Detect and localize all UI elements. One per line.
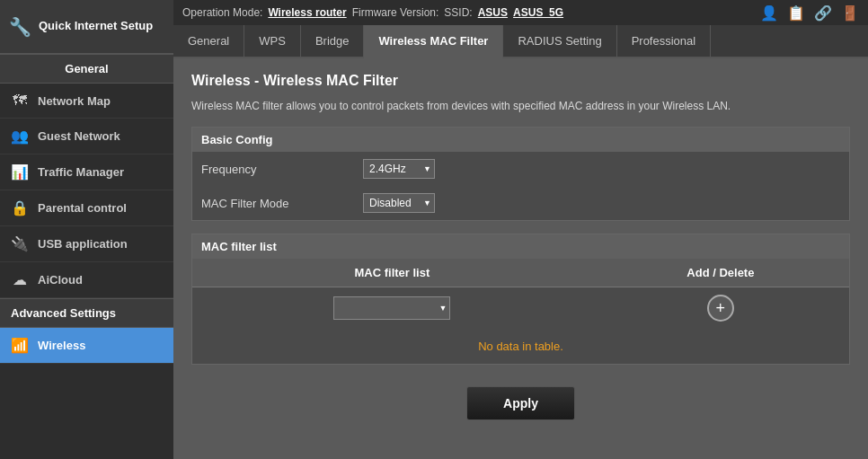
col-add-delete: Add / Delete — [592, 259, 849, 287]
mac-filter-mode-label: MAC Filter Mode — [201, 197, 345, 210]
mac-filter-mode-control: Disabled Accept Reject — [363, 193, 435, 213]
sidebar-item-parental-control[interactable]: 🔒 Parental control — [0, 190, 173, 226]
sidebar-item-aicloud-label: AiCloud — [38, 273, 83, 287]
frequency-row: Frequency 2.4GHz 5GHz — [192, 152, 849, 186]
usb-icon: 🔌 — [11, 235, 29, 252]
frequency-select[interactable]: 2.4GHz 5GHz — [363, 159, 435, 179]
topbar-icons: 👤 📋 🔗 🚪 — [760, 4, 859, 22]
mac-filter-table: MAC filter list Add / Delete — [192, 259, 849, 329]
wireless-icon: 📶 — [11, 337, 29, 354]
traffic-icon: 📊 — [11, 163, 29, 181]
user-icon[interactable]: 👤 — [760, 4, 778, 22]
sidebar-item-wireless[interactable]: 📶 Wireless — [0, 328, 173, 364]
basic-config-section: Basic Config Frequency 2.4GHz 5GHz MAC F… — [191, 127, 850, 221]
tab-bar: General WPS Bridge Wireless MAC Filter R… — [173, 25, 868, 58]
sidebar-item-guest-network-label: Guest Network — [38, 129, 120, 143]
mac-input-select[interactable] — [333, 296, 450, 320]
tab-radius-setting[interactable]: RADIUS Setting — [503, 25, 616, 57]
mac-input-select-wrapper — [333, 296, 450, 320]
ssid-asus-5g[interactable]: ASUS_5G — [513, 6, 563, 19]
ssid-asus[interactable]: ASUS — [478, 6, 508, 19]
ssid-label: SSID: — [444, 6, 472, 19]
mac-filter-mode-row: MAC Filter Mode Disabled Accept Reject — [192, 186, 849, 220]
cloud-icon: ☁ — [11, 271, 29, 288]
tab-wps[interactable]: WPS — [244, 25, 301, 57]
frequency-select-wrapper: 2.4GHz 5GHz — [363, 159, 435, 179]
frequency-control: 2.4GHz 5GHz — [363, 159, 435, 179]
sidebar-item-network-map-label: Network Map — [38, 94, 111, 108]
tab-bridge[interactable]: Bridge — [301, 25, 365, 57]
copy-icon[interactable]: 📋 — [787, 4, 805, 22]
add-delete-cell: + — [592, 287, 849, 330]
apply-button[interactable]: Apply — [466, 386, 575, 420]
basic-config-header: Basic Config — [192, 128, 849, 152]
sidebar-item-aicloud[interactable]: ☁ AiCloud — [0, 262, 173, 298]
col-mac-filter-list: MAC filter list — [192, 259, 592, 287]
sidebar-item-wireless-label: Wireless — [38, 339, 85, 352]
mac-filter-mode-select-wrapper: Disabled Accept Reject — [363, 193, 435, 213]
tab-general[interactable]: General — [173, 25, 244, 57]
sidebar-item-traffic-manager-label: Traffic Manager — [38, 165, 124, 179]
tab-professional[interactable]: Professional — [617, 25, 712, 57]
sidebar-item-guest-network[interactable]: 👥 Guest Network — [0, 119, 173, 154]
add-button[interactable]: + — [707, 295, 734, 322]
main-content: Operation Mode: Wireless router Firmware… — [173, 0, 868, 459]
general-section: General — [0, 54, 173, 84]
frequency-label: Frequency — [201, 163, 345, 176]
quick-setup-header[interactable]: 🔧 Quick Internet Setup — [0, 0, 173, 54]
page-title: Wireless - Wireless MAC Filter — [191, 73, 850, 89]
mac-filter-list-header: MAC filter list — [192, 234, 849, 259]
apply-wrapper: Apply — [191, 377, 850, 420]
wrench-icon: 🔧 — [9, 16, 31, 38]
topbar: Operation Mode: Wireless router Firmware… — [173, 0, 868, 25]
page-content: Wireless - Wireless MAC Filter Wireless … — [173, 58, 868, 459]
topbar-info: Operation Mode: Wireless router Firmware… — [182, 6, 563, 19]
sidebar: 🔧 Quick Internet Setup General 🗺 Network… — [0, 0, 173, 459]
map-icon: 🗺 — [11, 93, 29, 109]
sidebar-item-usb-application[interactable]: 🔌 USB application — [0, 226, 173, 262]
sidebar-item-network-map[interactable]: 🗺 Network Map — [0, 84, 173, 119]
tab-wireless-mac-filter[interactable]: Wireless MAC Filter — [364, 25, 503, 58]
operation-mode-label: Operation Mode: — [182, 6, 262, 19]
people-icon: 👥 — [11, 128, 29, 145]
firmware-label: Firmware Version: — [352, 6, 439, 19]
share-icon[interactable]: 🔗 — [814, 4, 832, 22]
lock-icon: 🔒 — [11, 199, 29, 216]
page-description: Wireless MAC filter allows you to contro… — [191, 98, 850, 114]
sidebar-item-parental-control-label: Parental control — [38, 201, 127, 215]
mac-filter-list-section: MAC filter list MAC filter list Add / De… — [191, 234, 850, 365]
operation-mode-value[interactable]: Wireless router — [268, 6, 346, 19]
sidebar-item-traffic-manager[interactable]: 📊 Traffic Manager — [0, 154, 173, 190]
no-data-message: No data in table. — [192, 329, 849, 364]
logout-icon[interactable]: 🚪 — [841, 4, 859, 22]
sidebar-item-usb-label: USB application — [38, 237, 128, 251]
mac-filter-input-row: + — [192, 287, 849, 330]
advanced-settings-section: Advanced Settings — [0, 298, 173, 328]
mac-input-cell — [192, 287, 592, 330]
mac-filter-mode-select[interactable]: Disabled Accept Reject — [363, 193, 435, 213]
quick-setup-label: Quick Internet Setup — [39, 19, 153, 34]
